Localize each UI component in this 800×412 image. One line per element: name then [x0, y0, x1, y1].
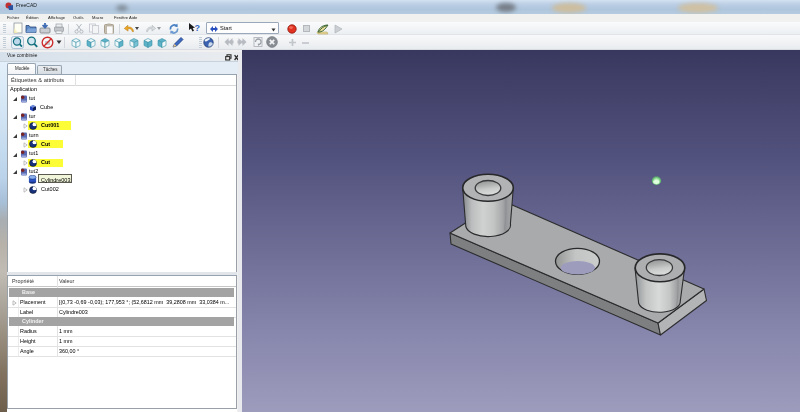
svg-text:?: ?: [195, 23, 201, 33]
